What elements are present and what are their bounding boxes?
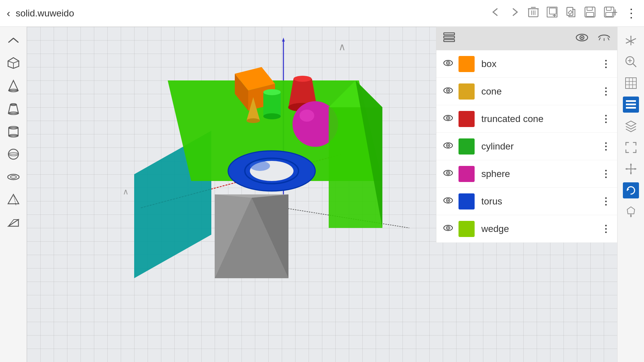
color-swatch-sphere [459,166,475,182]
stack-layers-button[interactable] [623,118,639,134]
cube-tool[interactable] [5,55,21,71]
hide-all-button[interactable] [598,33,610,44]
layer-more-cylinder[interactable]: ⋮ [601,141,610,152]
layer-label-cone: cone [481,86,601,97]
svg-marker-49 [630,163,632,165]
svg-marker-58 [282,38,285,42]
svg-marker-56 [630,216,632,218]
edit-button[interactable] [566,7,576,20]
svg-point-24 [8,174,19,180]
sphere-tool[interactable] [5,146,21,162]
layer-item-torus: torus ⋮ [436,188,617,215]
svg-marker-26 [8,194,19,204]
layer-item-wedge: wedge ⋮ [436,215,617,243]
visibility-toggle-sphere[interactable] [443,169,453,179]
save-button[interactable] [584,6,596,20]
wedge-tool[interactable] [5,215,21,231]
svg-marker-51 [625,168,627,170]
nav-forward-button[interactable] [509,7,520,20]
svg-marker-50 [630,173,632,175]
svg-text:∧: ∧ [123,187,129,196]
svg-point-115 [447,200,449,201]
svg-marker-33 [630,35,632,37]
cone-tool[interactable] [5,78,21,94]
grid-settings-button[interactable] [623,75,639,91]
svg-point-67 [247,118,260,123]
color-swatch-cylinder [459,138,475,155]
svg-marker-54 [627,207,635,214]
color-swatch-box [459,56,475,72]
svg-rect-38 [626,78,636,88]
back-button[interactable]: ‹ [7,7,10,19]
axes-3d-icon[interactable] [623,32,639,48]
more-menu-button[interactable]: ⋮ [625,6,637,20]
layer-more-box[interactable]: ⋮ [601,58,610,69]
svg-point-94 [581,37,583,38]
topbar: ‹ solid.wuweido ⋮ [0,0,644,27]
transform-button[interactable] [623,204,639,220]
visibility-toggle-truncated_cone[interactable] [443,114,453,124]
layer-label-truncated_cone: truncated cone [481,114,601,124]
layer-label-box: box [481,59,601,69]
svg-rect-43 [626,100,636,102]
svg-point-75 [300,110,314,122]
delete-button[interactable] [528,6,539,20]
collapse-icon[interactable] [5,32,21,48]
right-sidebar [617,27,644,362]
truncated-cone-tool[interactable] [5,101,21,117]
add-button[interactable] [547,7,557,20]
torus-tool[interactable] [5,169,21,185]
svg-line-95 [599,38,600,40]
rotate-button[interactable] [623,182,639,198]
svg-rect-90 [444,36,454,38]
layer-panel-header [436,27,617,50]
color-swatch-truncated_cone [459,111,475,127]
svg-point-106 [447,117,449,119]
svg-point-70 [263,113,281,119]
visibility-toggle-box[interactable] [443,59,453,69]
layer-label-sphere: sphere [481,169,601,179]
layer-item-cone: cone ⋮ [436,78,617,105]
layers-panel-button[interactable] [623,97,639,113]
layer-item-box: box ⋮ [436,50,617,78]
layer-label-cylinder: cylinder [481,141,601,152]
move-button[interactable] [623,161,639,177]
layer-items-list: box ⋮ cone ⋮ truncated cone ⋮ cylinder ⋮… [436,50,617,243]
color-swatch-wedge [459,221,475,237]
layer-more-cone[interactable]: ⋮ [601,86,610,97]
nav-back-button[interactable] [490,7,501,20]
visibility-toggle-cylinder[interactable] [443,142,453,151]
svg-point-72 [293,76,312,82]
color-swatch-torus [459,193,475,209]
svg-line-35 [633,64,636,67]
layer-more-wedge[interactable]: ⋮ [601,223,610,234]
layer-more-truncated_cone[interactable]: ⋮ [601,113,610,124]
toolbar-right: ⋮ [490,6,637,20]
visibility-toggle-cone[interactable] [443,87,453,96]
svg-point-82 [250,161,270,171]
pyramid-tool[interactable] [5,192,21,208]
layer-panel: box ⋮ cone ⋮ truncated cone ⋮ cylinder ⋮… [436,27,617,243]
svg-rect-89 [444,33,454,35]
svg-rect-5 [587,7,592,10]
layer-item-cylinder: cylinder ⋮ [436,133,617,160]
svg-rect-45 [626,107,636,109]
frame-button[interactable] [623,139,639,156]
layer-item-sphere: sphere ⋮ [436,160,617,188]
svg-marker-52 [635,168,637,170]
svg-rect-6 [586,12,594,16]
svg-text:∧: ∧ [338,41,346,52]
color-swatch-cone [459,83,475,100]
svg-line-97 [608,38,609,40]
cylinder-tool[interactable] [5,123,21,139]
svg-point-25 [10,176,16,178]
layer-more-sphere[interactable]: ⋮ [601,168,610,179]
left-sidebar [0,27,27,362]
visibility-toggle-wedge[interactable] [443,224,453,234]
search-3d-button[interactable] [623,54,639,70]
visibility-all-button[interactable] [576,33,588,45]
save-plus-button[interactable] [604,6,617,20]
svg-rect-2 [549,8,556,14]
visibility-toggle-torus[interactable] [443,197,453,206]
layer-more-torus[interactable]: ⋮ [601,196,610,207]
